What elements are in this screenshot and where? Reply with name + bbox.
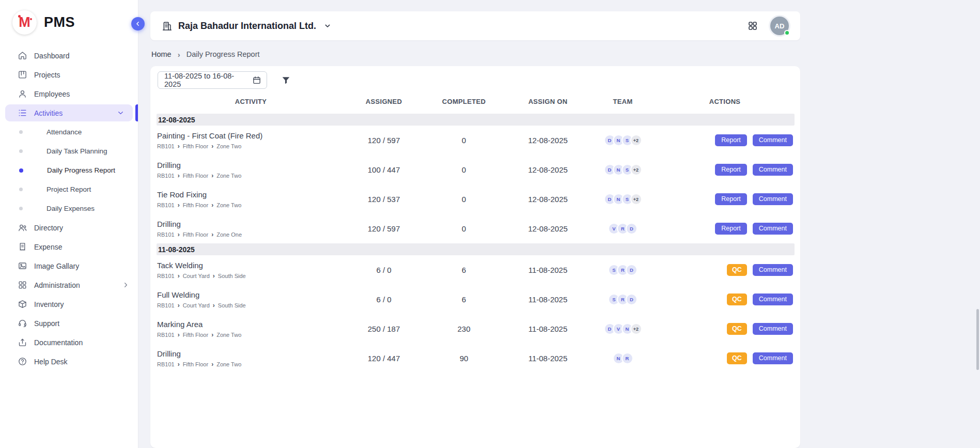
team-extra-badge[interactable]: +2 [630, 134, 642, 146]
sidebar-item-employees[interactable]: Employees [0, 84, 138, 103]
path-segment: Fifth Floor [183, 332, 209, 338]
assign-on-cell: 12-08-2025 [505, 195, 590, 204]
activities-submenu: AttendanceDaily Task PlanningDaily Progr… [0, 122, 138, 218]
activity-row: DrillingRB101›Fifth Floor›Zone One120 / … [157, 214, 795, 243]
filter-icon[interactable] [281, 75, 291, 85]
path-segment: Zone Two [216, 202, 241, 208]
bullet-icon [19, 130, 23, 134]
user-avatar[interactable]: AD [770, 17, 789, 35]
team-avatar[interactable]: D [626, 293, 637, 305]
activity-path: RB101›Fifth Floor›Zone Two [157, 202, 345, 208]
chevron-right-icon: › [211, 202, 213, 208]
sidebar-item-dashboard[interactable]: Dashboard [0, 46, 138, 65]
team-cell: SRD [590, 293, 655, 305]
assigned-cell: 120 / 597 [345, 136, 423, 145]
team-avatar[interactable]: R [621, 352, 633, 364]
completed-cell: 0 [423, 195, 505, 204]
activity-path: RB101›Court Yard›South Side [157, 273, 345, 279]
team-extra-badge[interactable]: +2 [630, 193, 642, 205]
sidebar-item-documentation[interactable]: Documentation [0, 333, 138, 352]
chevron-right-icon: › [178, 51, 180, 58]
path-segment: RB101 [157, 302, 175, 308]
activity-cell: DrillingRB101›Fifth Floor›Zone One [157, 220, 345, 238]
date-range-input[interactable]: 11-08-2025 to 16-08-2025 [158, 71, 267, 89]
sidebar-item-support[interactable]: Support [0, 314, 138, 333]
activity-row: Painting - First Coat (Fire Red)RB101›Fi… [157, 126, 795, 155]
comment-button[interactable]: Comment [753, 223, 793, 235]
qc-button[interactable]: QC [727, 293, 747, 305]
report-button[interactable]: Report [715, 223, 747, 235]
comment-button[interactable]: Comment [753, 193, 793, 205]
assign-on-cell: 11-08-2025 [505, 325, 590, 333]
calendar-icon [252, 75, 261, 85]
sidebar-item-inventory[interactable]: Inventory [0, 295, 138, 314]
sidebar-subitem-project-report[interactable]: Project Report [0, 180, 138, 199]
assign-on-cell: 12-08-2025 [505, 165, 590, 174]
breadcrumb: Home › Daily Progress Report [151, 50, 800, 58]
chevron-left-icon [134, 20, 142, 27]
breadcrumb-home[interactable]: Home [151, 50, 172, 58]
chevron-right-icon: › [178, 202, 180, 208]
actions-cell: QCComment [655, 293, 795, 305]
sidebar-item-projects[interactable]: Projects [0, 65, 138, 84]
activity-path: RB101›Fifth Floor›Zone Two [157, 361, 345, 367]
sidebar-subitem-daily-task-planning[interactable]: Daily Task Planning [0, 142, 138, 161]
sidebar-item-expense[interactable]: Expense [0, 237, 138, 256]
column-header-completed: COMPLETED [423, 98, 505, 105]
report-button[interactable]: Report [715, 134, 747, 146]
bullet-icon [19, 149, 23, 153]
apps-grid-icon[interactable] [748, 21, 758, 31]
team-avatar[interactable]: D [626, 223, 637, 235]
column-header-assign-on: ASSIGN ON [505, 98, 590, 105]
sidebar-subitem-daily-progress-report[interactable]: Daily Progress Report [0, 161, 138, 180]
scrollbar-thumb[interactable] [976, 309, 979, 370]
sidebar-subitem-attendance[interactable]: Attendance [0, 122, 138, 142]
comment-button[interactable]: Comment [753, 293, 793, 305]
sidebar-subitem-daily-expenses[interactable]: Daily Expenses [0, 199, 138, 218]
actions-cell: QCComment [655, 264, 795, 276]
comment-button[interactable]: Comment [753, 264, 793, 276]
activity-row: DrillingRB101›Fifth Floor›Zone Two120 / … [157, 344, 795, 373]
sidebar-item-activities[interactable]: Activities [5, 104, 133, 121]
path-segment: Zone Two [216, 361, 241, 367]
path-segment: RB101 [157, 273, 175, 279]
projects-icon [17, 70, 27, 80]
comment-button[interactable]: Comment [753, 164, 793, 176]
comment-button[interactable]: Comment [753, 323, 793, 335]
sidebar-item-administration[interactable]: Administration [0, 275, 138, 295]
comment-button[interactable]: Comment [753, 352, 793, 364]
logo-dot [30, 18, 32, 20]
team-extra-badge[interactable]: +2 [630, 323, 642, 335]
team-cell: DNS+2 [590, 164, 655, 176]
group-date-row: 11-08-2025 [157, 243, 795, 255]
report-button[interactable]: Report [715, 193, 747, 205]
sidebar-item-directory[interactable]: Directory [0, 218, 138, 237]
team-extra-badge[interactable]: +2 [630, 164, 642, 176]
comment-button[interactable]: Comment [753, 134, 793, 146]
activity-cell: Tack WeldingRB101›Court Yard›South Side [157, 261, 345, 279]
path-segment: RB101 [157, 173, 175, 179]
chevron-right-icon: › [178, 361, 180, 367]
sidebar-collapse-button[interactable] [131, 17, 145, 30]
chevron-down-icon [117, 109, 125, 117]
qc-button[interactable]: QC [727, 264, 747, 276]
sidebar-item-image-gallary[interactable]: Image Gallary [0, 256, 138, 275]
actions-cell: ReportComment [655, 164, 795, 176]
completed-cell: 0 [423, 165, 505, 174]
qc-button[interactable]: QC [727, 323, 747, 335]
activity-name: Full Welding [157, 290, 345, 299]
team-avatar[interactable]: D [626, 264, 637, 276]
report-button[interactable]: Report [715, 164, 747, 176]
company-selector[interactable]: Raja Bahadur International Ltd. [162, 21, 332, 32]
chevron-right-icon [122, 281, 130, 289]
sidebar-item-help-desk[interactable]: Help Desk [0, 352, 138, 371]
logo-dot [18, 15, 21, 18]
path-segment: Zone Two [216, 332, 241, 338]
qc-button[interactable]: QC [727, 352, 747, 364]
bullet-icon [19, 168, 23, 173]
completed-cell: 6 [423, 295, 505, 304]
chevron-right-icon: › [211, 332, 213, 338]
team-cell: VRD [590, 223, 655, 235]
assigned-cell: 120 / 597 [345, 224, 423, 233]
chevron-right-icon: › [213, 302, 215, 308]
